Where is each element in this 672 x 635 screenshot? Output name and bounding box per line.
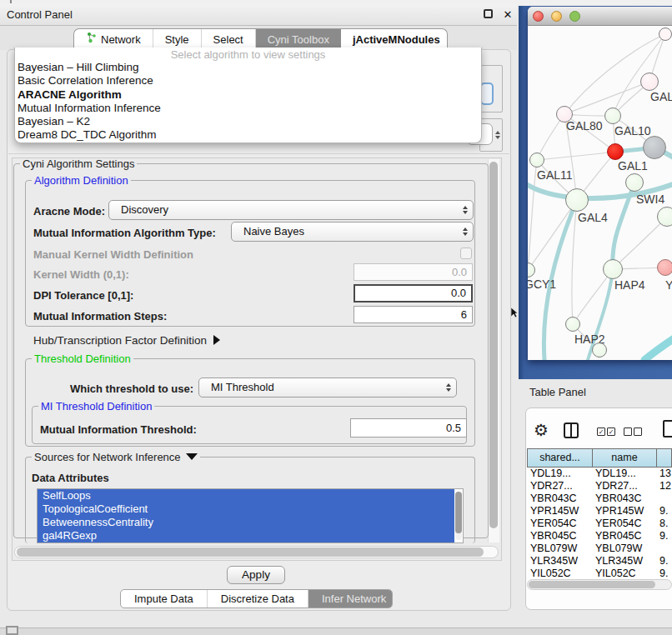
column-header-cut[interactable] xyxy=(656,448,672,468)
node-label-gal11: GAL11 xyxy=(537,168,573,182)
screen: Control Panel ✕ NetworkStyleSelectCyni T… xyxy=(0,0,672,635)
hub-definition-label: Hub/Transcription Factor Definition xyxy=(33,334,207,347)
list-scrollbar-thumb[interactable] xyxy=(455,492,462,533)
aracne-mode-label: Aracne Mode: xyxy=(33,205,105,218)
tab-discretize-data[interactable]: Discretize Data xyxy=(208,590,308,608)
node-label-gal80: GAL80 xyxy=(566,119,603,132)
network-window-titlebar[interactable] xyxy=(528,7,672,26)
node-y[interactable] xyxy=(657,259,672,276)
table-row[interactable]: YPR145WYPR145W9. xyxy=(527,505,672,518)
node-unlabeled[interactable] xyxy=(657,207,672,227)
which-threshold-value: MI Threshold xyxy=(211,381,274,393)
unchecked-columns-icon[interactable] xyxy=(624,428,632,436)
attribute-item-betweennesscentrality[interactable]: BetweennessCentrality xyxy=(38,516,454,529)
apply-button[interactable]: Apply xyxy=(227,566,285,584)
algorithm-item-dream8-dc-tdc-algorithm[interactable]: Dream8 DC_TDC Algorithm xyxy=(15,128,481,142)
node-gal1[interactable] xyxy=(607,143,624,160)
manual-kernel-width-checkbox[interactable] xyxy=(460,248,472,259)
table-row[interactable]: YBL079WYBL079W xyxy=(527,542,672,555)
node-swi4[interactable] xyxy=(625,173,644,192)
algorithm-item-bayesian-k2[interactable]: Bayesian – K2 xyxy=(15,115,481,128)
node-hap2[interactable] xyxy=(565,317,580,332)
node-gal11[interactable] xyxy=(529,152,544,168)
node-label-gal10: GAL10 xyxy=(614,124,651,138)
data-attributes-list[interactable]: SelfLoopsTopologicalCoefficientBetweenne… xyxy=(37,488,464,543)
float-icon[interactable] xyxy=(484,9,493,18)
document-icon[interactable] xyxy=(663,420,672,438)
table-row[interactable]: YDR27...YDR27...12 xyxy=(527,480,672,492)
which-threshold-select[interactable]: MI Threshold xyxy=(198,378,457,398)
table-cell: YBL079W xyxy=(592,542,656,555)
sources-expander[interactable]: Sources for Network Inference xyxy=(32,452,200,462)
mi-threshold-label: Mutual Information Threshold: xyxy=(40,423,197,436)
tab-impute-data[interactable]: Impute Data xyxy=(121,590,208,608)
table-cell: 9. xyxy=(656,555,672,568)
node-label-y: Y xyxy=(665,278,672,292)
mi-algorithm-type-select[interactable]: Naive Bayes xyxy=(231,222,474,242)
tab-infer-network[interactable]: Infer Network xyxy=(308,590,393,608)
table-cell: YER054C xyxy=(527,518,592,530)
zoom-traffic-light[interactable] xyxy=(569,11,580,22)
algorithm-dropdown-popup: Select algorithm to view settings Bayesi… xyxy=(14,48,482,143)
node-label-swi4: SWI4 xyxy=(636,192,664,206)
table-row[interactable]: YER054CYER054C8. xyxy=(527,518,672,530)
column-header-name[interactable]: name xyxy=(592,448,656,468)
node-gal4[interactable] xyxy=(565,188,589,212)
node-label-gcy1: GCY1 xyxy=(528,278,556,291)
which-threshold-label: Which threshold to use: xyxy=(70,382,193,395)
expanded-arrow-icon[interactable] xyxy=(186,453,198,460)
network-canvas[interactable]: GALGAL80GAL10GAL1GAL11SWI4GAL4GCY1HAP4YH… xyxy=(528,26,672,360)
table-cell: 9. xyxy=(656,505,672,518)
table-cell: YBR043C xyxy=(527,492,592,505)
collapsed-arrow-icon[interactable] xyxy=(213,335,220,345)
algorithm-item-bayesian-hill-climbing[interactable]: Bayesian – Hill Climbing xyxy=(15,61,481,74)
table-row[interactable]: YDL19...YDL19...13 xyxy=(527,468,672,480)
list-scrollbar[interactable] xyxy=(455,492,462,540)
gear-icon[interactable]: ⚙ xyxy=(534,420,549,440)
table-cell: 12 xyxy=(656,480,672,492)
checked-columns-icon-2[interactable]: ✓ xyxy=(607,428,615,436)
table-row[interactable]: YBR045CYBR045C9. xyxy=(527,530,672,542)
mi-threshold-field[interactable]: 0.5 xyxy=(350,418,467,438)
unchecked-columns-icon-2[interactable] xyxy=(634,428,642,436)
attribute-item-selfloops[interactable]: SelfLoops xyxy=(38,489,454,502)
hub-definition-expander[interactable]: Hub/Transcription Factor Definition xyxy=(33,334,220,347)
algorithm-item-aracne-algorithm[interactable]: ARACNE Algorithm xyxy=(15,88,481,102)
algorithm-item-basic-correlation-inference[interactable]: Basic Correlation Inference xyxy=(15,74,481,88)
mi-steps-field[interactable]: 6 xyxy=(354,306,473,323)
node-unlabeled[interactable] xyxy=(592,342,607,358)
algorithm-item-mutual-information-inference[interactable]: Mutual Information Inference xyxy=(15,102,481,115)
column-header-shared[interactable]: shared... xyxy=(527,448,592,468)
table-row[interactable]: YIL052CYIL052C9. xyxy=(527,568,672,578)
panel-divider xyxy=(8,153,509,154)
attribute-item-gal4rgexp[interactable]: gal4RGexp xyxy=(38,529,454,542)
chevron-updown-icon xyxy=(463,201,468,219)
close-icon[interactable]: ✕ xyxy=(501,4,514,26)
close-traffic-light[interactable] xyxy=(533,11,544,22)
dpi-tolerance-field[interactable]: 0.0 xyxy=(354,284,473,302)
horizontal-scrollbar-thumb[interactable] xyxy=(17,548,484,557)
node-unlabeled[interactable] xyxy=(659,28,672,41)
algorithm-list: Bayesian – Hill ClimbingBasic Correlatio… xyxy=(15,61,481,142)
minimize-traffic-light[interactable] xyxy=(551,11,562,22)
chevron-updown-icon xyxy=(446,378,451,397)
node-hap4[interactable] xyxy=(603,259,623,279)
node-gal10[interactable] xyxy=(604,108,621,124)
node-gal[interactable] xyxy=(640,72,659,91)
algorithm-definition-title: Algorithm Definition xyxy=(32,175,131,186)
table-horizontal-scrollbar-thumb[interactable] xyxy=(529,581,655,588)
attribute-item-topologicalcoefficient[interactable]: TopologicalCoefficient xyxy=(38,502,454,516)
collapsed-panel-icon[interactable] xyxy=(6,626,18,635)
obscured-focused-button-fragment[interactable] xyxy=(480,82,494,105)
node-unlabeled[interactable] xyxy=(643,136,666,159)
table-cell: YER054C xyxy=(592,518,656,530)
kernel-width-label: Kernel Width (0,1): xyxy=(33,268,129,281)
checked-columns-icon[interactable]: ✓ xyxy=(597,428,605,436)
kernel-width-field[interactable]: 0.0 xyxy=(354,263,473,281)
vertical-scrollbar-thumb[interactable] xyxy=(489,162,498,528)
obscured-spinner-fragment[interactable] xyxy=(494,127,502,143)
table-row[interactable]: YLR345WYLR345W9. xyxy=(527,555,672,568)
table-row[interactable]: YBR043CYBR043C xyxy=(527,492,672,505)
columns-icon[interactable] xyxy=(564,422,579,438)
aracne-mode-select[interactable]: Discovery xyxy=(108,200,474,220)
